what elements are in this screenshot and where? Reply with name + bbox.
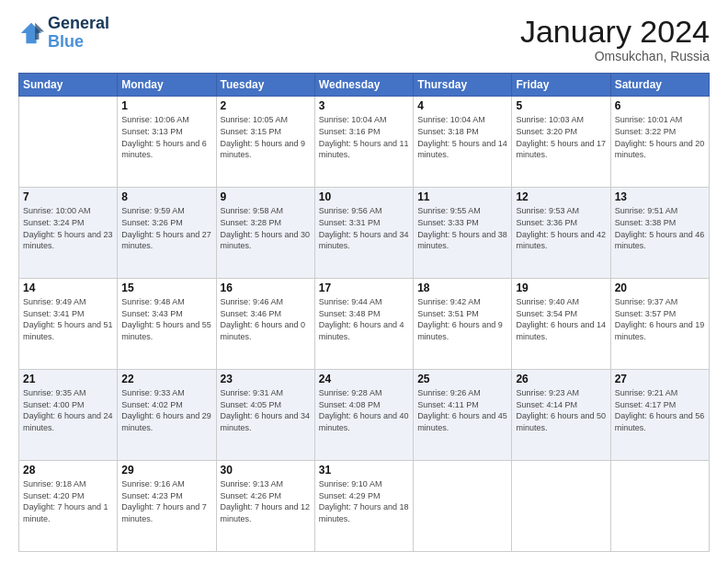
day-info: Sunrise: 9:56 AMSunset: 3:31 PMDaylight:… <box>319 205 409 251</box>
day-info: Sunrise: 9:10 AMSunset: 4:29 PMDaylight:… <box>319 478 409 524</box>
table-row: 13Sunrise: 9:51 AMSunset: 3:38 PMDayligh… <box>610 188 709 279</box>
table-row: 20Sunrise: 9:37 AMSunset: 3:57 PMDayligh… <box>610 279 709 370</box>
header: General Blue January 2024 Omsukchan, Rus… <box>18 15 710 63</box>
table-row: 18Sunrise: 9:42 AMSunset: 3:51 PMDayligh… <box>414 279 512 370</box>
table-row: 31Sunrise: 9:10 AMSunset: 4:29 PMDayligh… <box>314 461 413 552</box>
table-row: 30Sunrise: 9:13 AMSunset: 4:26 PMDayligh… <box>216 461 314 552</box>
table-row: 29Sunrise: 9:16 AMSunset: 4:23 PMDayligh… <box>118 461 216 552</box>
day-number: 23 <box>221 373 311 385</box>
day-info: Sunrise: 9:44 AMSunset: 3:48 PMDaylight:… <box>319 296 409 342</box>
table-row: 26Sunrise: 9:23 AMSunset: 4:14 PMDayligh… <box>512 370 610 461</box>
table-row: 9Sunrise: 9:58 AMSunset: 3:28 PMDaylight… <box>216 188 314 279</box>
day-info: Sunrise: 9:13 AMSunset: 4:26 PMDaylight:… <box>221 478 311 524</box>
table-row: 17Sunrise: 9:44 AMSunset: 3:48 PMDayligh… <box>314 279 413 370</box>
calendar-table: Sunday Monday Tuesday Wednesday Thursday… <box>18 73 710 552</box>
day-number: 24 <box>319 373 409 385</box>
day-info: Sunrise: 10:05 AMSunset: 3:15 PMDaylight… <box>221 114 311 160</box>
day-info: Sunrise: 9:55 AMSunset: 3:33 PMDaylight:… <box>417 205 507 251</box>
day-info: Sunrise: 9:40 AMSunset: 3:54 PMDaylight:… <box>516 296 606 342</box>
day-info: Sunrise: 9:42 AMSunset: 3:51 PMDaylight:… <box>417 296 507 342</box>
svg-marker-1 <box>35 23 44 40</box>
day-number: 15 <box>121 282 211 294</box>
day-number: 29 <box>121 464 211 477</box>
table-row: 4Sunrise: 10:04 AMSunset: 3:18 PMDayligh… <box>414 97 512 188</box>
col-saturday: Saturday <box>610 74 709 97</box>
calendar-week-row: 1Sunrise: 10:06 AMSunset: 3:13 PMDayligh… <box>19 97 710 188</box>
col-sunday: Sunday <box>19 74 118 97</box>
day-number: 27 <box>615 373 705 385</box>
col-thursday: Thursday <box>414 74 512 97</box>
day-info: Sunrise: 10:04 AMSunset: 3:16 PMDaylight… <box>319 114 409 160</box>
day-number: 16 <box>221 282 311 294</box>
day-info: Sunrise: 10:00 AMSunset: 3:24 PMDaylight… <box>23 205 113 251</box>
day-number: 11 <box>417 190 507 203</box>
day-number: 4 <box>417 99 507 112</box>
day-info: Sunrise: 9:59 AMSunset: 3:26 PMDaylight:… <box>121 205 211 251</box>
table-row: 1Sunrise: 10:06 AMSunset: 3:13 PMDayligh… <box>118 97 216 188</box>
day-number: 21 <box>23 373 113 385</box>
day-info: Sunrise: 9:37 AMSunset: 3:57 PMDaylight:… <box>615 296 705 342</box>
day-number: 12 <box>516 190 606 203</box>
logo-general: General <box>48 15 109 33</box>
day-info: Sunrise: 10:03 AMSunset: 3:20 PMDaylight… <box>516 114 606 160</box>
table-row: 19Sunrise: 9:40 AMSunset: 3:54 PMDayligh… <box>512 279 610 370</box>
day-number: 22 <box>121 373 211 385</box>
calendar-week-row: 21Sunrise: 9:35 AMSunset: 4:00 PMDayligh… <box>19 370 710 461</box>
table-row <box>512 461 610 552</box>
col-friday: Friday <box>512 74 610 97</box>
table-row: 25Sunrise: 9:26 AMSunset: 4:11 PMDayligh… <box>414 370 512 461</box>
day-info: Sunrise: 9:28 AMSunset: 4:08 PMDaylight:… <box>319 387 409 433</box>
day-info: Sunrise: 9:53 AMSunset: 3:36 PMDaylight:… <box>516 205 606 251</box>
col-wednesday: Wednesday <box>314 74 413 97</box>
logo-text: General Blue <box>48 15 109 52</box>
day-number: 3 <box>319 99 409 112</box>
calendar-header-row: Sunday Monday Tuesday Wednesday Thursday… <box>19 74 710 97</box>
month-title: January 2024 <box>520 15 710 49</box>
table-row: 8Sunrise: 9:59 AMSunset: 3:26 PMDaylight… <box>118 188 216 279</box>
logo: General Blue <box>18 15 109 52</box>
table-row: 24Sunrise: 9:28 AMSunset: 4:08 PMDayligh… <box>314 370 413 461</box>
day-number: 10 <box>319 190 409 203</box>
table-row: 21Sunrise: 9:35 AMSunset: 4:00 PMDayligh… <box>19 370 118 461</box>
col-tuesday: Tuesday <box>216 74 314 97</box>
day-number: 20 <box>615 282 705 294</box>
day-number: 25 <box>417 373 507 385</box>
logo-icon <box>18 20 44 46</box>
day-number: 8 <box>121 190 211 203</box>
day-info: Sunrise: 9:51 AMSunset: 3:38 PMDaylight:… <box>615 205 705 251</box>
day-info: Sunrise: 10:01 AMSunset: 3:22 PMDaylight… <box>615 114 705 160</box>
day-number: 30 <box>221 464 311 477</box>
day-number: 18 <box>417 282 507 294</box>
calendar-week-row: 14Sunrise: 9:49 AMSunset: 3:41 PMDayligh… <box>19 279 710 370</box>
day-info: Sunrise: 9:46 AMSunset: 3:46 PMDaylight:… <box>221 296 311 342</box>
table-row: 15Sunrise: 9:48 AMSunset: 3:43 PMDayligh… <box>118 279 216 370</box>
table-row: 6Sunrise: 10:01 AMSunset: 3:22 PMDayligh… <box>610 97 709 188</box>
day-info: Sunrise: 9:33 AMSunset: 4:02 PMDaylight:… <box>121 387 211 433</box>
table-row: 28Sunrise: 9:18 AMSunset: 4:20 PMDayligh… <box>19 461 118 552</box>
table-row: 3Sunrise: 10:04 AMSunset: 3:16 PMDayligh… <box>314 97 413 188</box>
day-number: 9 <box>221 190 311 203</box>
day-number: 19 <box>516 282 606 294</box>
day-info: Sunrise: 9:35 AMSunset: 4:00 PMDaylight:… <box>23 387 113 433</box>
day-number: 28 <box>23 464 113 477</box>
table-row: 10Sunrise: 9:56 AMSunset: 3:31 PMDayligh… <box>314 188 413 279</box>
calendar-week-row: 28Sunrise: 9:18 AMSunset: 4:20 PMDayligh… <box>19 461 710 552</box>
table-row <box>414 461 512 552</box>
day-number: 17 <box>319 282 409 294</box>
day-info: Sunrise: 10:04 AMSunset: 3:18 PMDaylight… <box>417 114 507 160</box>
calendar-week-row: 7Sunrise: 10:00 AMSunset: 3:24 PMDayligh… <box>19 188 710 279</box>
table-row: 16Sunrise: 9:46 AMSunset: 3:46 PMDayligh… <box>216 279 314 370</box>
day-info: Sunrise: 9:58 AMSunset: 3:28 PMDaylight:… <box>221 205 311 251</box>
day-info: Sunrise: 9:23 AMSunset: 4:14 PMDaylight:… <box>516 387 606 433</box>
page: General Blue January 2024 Omsukchan, Rus… <box>0 0 728 563</box>
day-number: 13 <box>615 190 705 203</box>
day-info: Sunrise: 9:31 AMSunset: 4:05 PMDaylight:… <box>221 387 311 433</box>
table-row: 7Sunrise: 10:00 AMSunset: 3:24 PMDayligh… <box>19 188 118 279</box>
day-number: 6 <box>615 99 705 112</box>
table-row: 27Sunrise: 9:21 AMSunset: 4:17 PMDayligh… <box>610 370 709 461</box>
day-info: Sunrise: 9:16 AMSunset: 4:23 PMDaylight:… <box>121 478 211 524</box>
table-row: 2Sunrise: 10:05 AMSunset: 3:15 PMDayligh… <box>216 97 314 188</box>
day-info: Sunrise: 9:49 AMSunset: 3:41 PMDaylight:… <box>23 296 113 342</box>
title-block: January 2024 Omsukchan, Russia <box>520 15 710 63</box>
day-number: 14 <box>23 282 113 294</box>
